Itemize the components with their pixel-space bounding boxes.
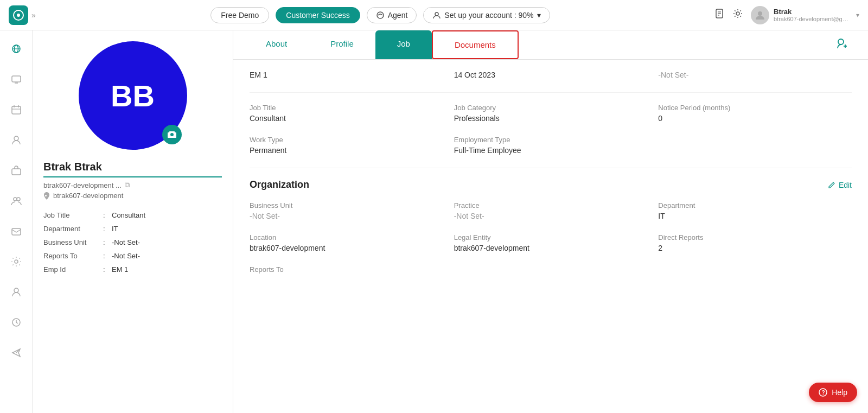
user-chevron-icon: ▾ [856,11,859,19]
sidebar-item-mail[interactable] [7,221,26,241]
svg-point-2 [377,12,384,18]
sidebar-item-globe[interactable] [7,39,26,59]
logo-icon[interactable] [9,5,28,25]
top-notset-field: -Not Set- [658,71,852,79]
sidebar-item-clock[interactable] [7,313,26,332]
left-panel: BB Btrak Btrak btrak607-development ... … [33,30,233,413]
job-category-field: Job Category Professionals [454,104,648,123]
sidebar-item-group[interactable] [7,191,26,211]
org-location-field: Location btrak607-development [250,233,443,252]
department-value: IT [112,225,118,233]
org-direct-reports-field: Direct Reports 2 [658,233,852,252]
top-nav: » Free Demo Customer Success Agent Set u… [0,0,868,30]
employee-avatar: BB [79,41,187,150]
svg-point-9 [758,11,762,16]
svg-point-1 [17,14,20,17]
notice-period-field: Notice Period (months) 0 [658,104,852,123]
sidebar-item-user2[interactable] [7,282,26,302]
edit-icon [828,181,835,189]
employment-type-label: Employment Type [454,136,648,144]
svg-point-28 [838,39,844,45]
free-demo-button[interactable]: Free Demo [210,7,269,23]
org-location-label: Location [250,233,443,242]
business-unit-value: -Not Set- [112,238,140,246]
gear-icon-button[interactable] [732,8,743,22]
sidebar [0,30,33,413]
org-practice-field: Practice -Not Set- [454,201,648,220]
job-title-value: Consultant [112,211,145,219]
agent-button[interactable]: Agent [367,7,417,23]
sidebar-item-settings[interactable] [7,252,26,271]
copy-icon[interactable]: ⧉ [125,181,130,189]
emp-id-value: EM 1 [112,265,128,274]
document-icon-button[interactable] [714,8,725,22]
divider-1 [250,92,852,93]
tab-profile[interactable]: Profile [309,30,375,59]
content-area: BB Btrak Btrak btrak607-development ... … [33,30,868,413]
svg-point-21 [14,198,17,201]
sidebar-item-person[interactable] [7,130,26,150]
org-title: Organization [250,179,309,190]
work-type-label: Work Type [250,136,443,144]
svg-rect-13 [12,76,21,82]
emp-id-label: Emp Id [43,265,103,274]
svg-rect-23 [12,228,21,235]
agent-icon [376,11,385,20]
employment-type-value: Full-Time Employee [454,146,648,155]
setup-icon [432,11,441,20]
sidebar-item-calendar[interactable] [7,100,26,119]
nav-right: Btrak btrak607-development@gm... ▾ [714,6,859,24]
date-display: 14 Oct 2023 [454,71,648,79]
setup-button[interactable]: Set up your account : 90% ▾ [423,7,550,23]
svg-point-22 [17,198,20,201]
org-row1: Business Unit -Not Set- Practice -Not Se… [250,201,852,220]
work-type-value: Permanent [250,146,443,155]
svg-rect-15 [12,106,21,114]
org-row3: Reports To [250,265,852,274]
job-category-value: Professionals [454,114,648,123]
customer-success-button[interactable]: Customer Success [276,7,360,23]
org-business-unit-label: Business Unit [250,201,443,209]
sidebar-item-briefcase[interactable] [7,161,26,180]
employment-type-field: Employment Type Full-Time Employee [454,136,648,155]
notice-period-label: Notice Period (months) [658,104,852,112]
nav-expand-icon[interactable]: » [31,11,36,20]
user-area[interactable]: Btrak btrak607-development@gm... ▾ [751,6,859,24]
help-button[interactable]: ? Help [809,383,857,402]
chevron-down-icon: ▾ [537,11,541,20]
tab-action-area [828,30,857,59]
gear-icon [732,8,743,19]
org-department-label: Department [658,201,852,209]
svg-rect-20 [12,169,21,175]
org-legal-entity-value: btrak607-development [454,244,648,252]
tab-job[interactable]: Job [375,30,432,59]
emp-id-section: EM 1 14 Oct 2023 -Not Set- [250,71,852,79]
tabs-bar: About Profile Job Documents [233,30,868,60]
org-legal-entity-label: Legal Entity [454,233,648,242]
edit-button[interactable]: Edit [828,181,852,189]
sidebar-item-tv[interactable] [7,69,26,89]
organization-section: Organization Edit Business Unit -Not Set… [250,168,852,274]
sidebar-item-send[interactable] [7,343,26,363]
org-business-unit-value: -Not Set- [250,212,443,220]
job-title-field-value: Consultant [250,114,443,123]
org-practice-value: -Not Set- [454,212,648,220]
org-direct-reports-label: Direct Reports [658,233,852,242]
org-reports-to-label: Reports To [250,265,443,274]
svg-point-24 [15,260,18,263]
right-panel: About Profile Job Documents EM 1 [233,30,868,413]
tab-documents[interactable]: Documents [432,30,519,59]
svg-point-19 [14,136,18,141]
org-location-value: btrak607-development [250,244,443,252]
department-row: Department : IT [43,222,222,236]
org-legal-entity-field: Legal Entity btrak607-development [454,233,648,252]
main-content: EM 1 14 Oct 2023 -Not Set- Job Title Con… [233,60,868,284]
job-title-field: Job Title Consultant [250,104,443,123]
job-title-row: Job Title : Consultant [43,208,222,222]
work-type-field: Work Type Permanent [250,136,443,155]
add-person-icon[interactable] [837,37,848,53]
info-table: Job Title : Consultant Department : IT B… [43,208,222,276]
camera-button[interactable] [162,125,182,144]
tab-about[interactable]: About [244,30,309,59]
employee-location: btrak607-development [43,192,222,200]
